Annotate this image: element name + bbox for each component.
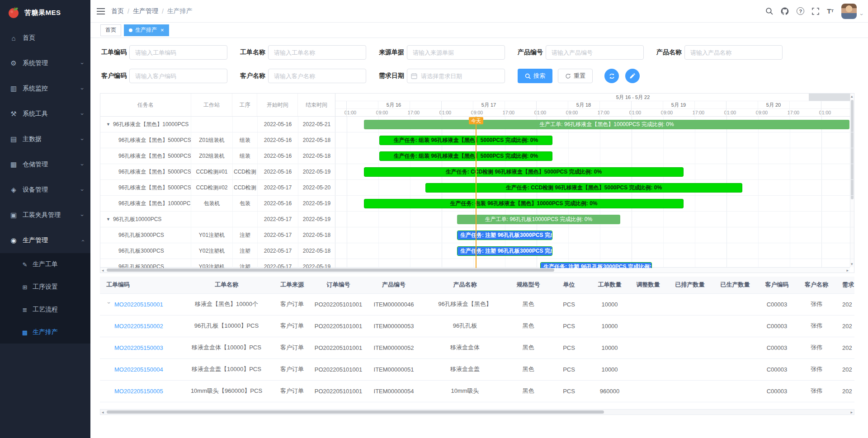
gantt-task-bar[interactable]: 生产任务: 组装 96孔移液盒【黑色】5000PCS 完成比例: 0% [379, 151, 552, 161]
gantt-task-bar[interactable]: 生产任务: CCD检测 96孔移液盒【黑色】5000PCS 完成比例: 0% [425, 183, 742, 193]
table-column-header: 需求日期 [837, 277, 854, 293]
scroll-up-icon[interactable]: ▴ [851, 94, 853, 99]
scrollbar-thumb[interactable] [107, 268, 554, 272]
process-cell: CCD检测 [233, 164, 258, 179]
table-cell [712, 337, 758, 358]
avatar[interactable] [841, 4, 857, 19]
sidebar-item-7[interactable]: ▣工装夹具管理› [0, 203, 90, 228]
table-cell: 10mm吸头 [421, 380, 509, 402]
workorder-link[interactable]: MO202205150001 [114, 301, 163, 308]
table-cell: 张伟 [796, 337, 837, 358]
sidebar-item-0[interactable]: ⌂首页 [0, 25, 90, 51]
scroll-left-icon[interactable]: ◂ [102, 410, 104, 415]
collapse-triangle-icon[interactable]: ▼ [106, 217, 110, 221]
table-horizontal-scrollbar[interactable]: ◂ ▸ [100, 409, 854, 415]
help-icon[interactable]: ? [797, 7, 804, 15]
gantt-workorder-bar[interactable]: 生产工单: 96孔移液盒【黑色】10000PCS 完成比例: 0% [364, 120, 849, 129]
tab-0[interactable]: 首页 [100, 24, 121, 36]
scroll-right-icon[interactable]: ▸ [846, 268, 849, 273]
customer-name-input[interactable] [268, 69, 366, 83]
workorder-link[interactable]: MO202205150005 [114, 388, 163, 395]
table-column-header: 已排产数量 [667, 277, 712, 293]
sidebar-item-5[interactable]: ▦仓储管理› [0, 152, 90, 177]
scrollbar-thumb[interactable] [107, 410, 604, 414]
collapse-triangle-icon[interactable]: ▼ [106, 122, 110, 127]
product-code-input[interactable] [546, 45, 644, 60]
task-name-cell: 96孔孔板3000PCS [100, 227, 191, 243]
table-cell: 10mm吸头【960000】PCS [179, 380, 274, 402]
gantt-workorder-bar[interactable]: 生产工单: 96孔孔板10000PCS 完成比例: 0% [457, 215, 620, 224]
chevron-down-icon: › [79, 164, 85, 165]
scroll-left-icon[interactable]: ◂ [102, 268, 104, 273]
table-cell: 202 [837, 358, 854, 380]
timeline-cell: 生产任务: 包装 96孔移液盒【黑色】10000PCS 完成比例: 0% [335, 196, 849, 211]
gantt-task-bar[interactable]: 生产任务: 注塑 96孔孔板3000PCS 完成比例: 0% [457, 246, 552, 256]
table-cell: 202 [837, 293, 854, 315]
chevron-down-icon[interactable]: › [859, 14, 865, 15]
workorder-name-input[interactable] [268, 45, 366, 60]
breadcrumb-home[interactable]: 首页 [111, 7, 124, 15]
table-cell [629, 358, 667, 380]
font-size-icon[interactable]: TT [827, 8, 834, 14]
sidebar-item-label: 主数据 [23, 135, 42, 143]
search-button[interactable]: 搜索 [518, 69, 552, 83]
sidebar-subitem-8-0[interactable]: ✎生产工单 [0, 253, 90, 276]
sidebar-toggle-icon[interactable] [90, 8, 111, 14]
workorder-code-input[interactable] [129, 45, 227, 60]
edit-circle-button[interactable] [625, 69, 640, 83]
timeline-cell: 生产任务: CCD检测 96孔移液盒【黑色】5000PCS 完成比例: 0% [335, 164, 849, 179]
sidebar-subitem-8-1[interactable]: ⊞工序设置 [0, 276, 90, 298]
table-column-header: 工单来源 [274, 277, 310, 293]
github-icon[interactable] [781, 7, 789, 15]
sidebar-item-label: 设备管理 [23, 186, 48, 194]
sidebar-item-8[interactable]: ◉生产管理› [0, 228, 90, 253]
scroll-right-icon[interactable]: ▸ [850, 410, 853, 415]
workorder-link[interactable]: MO202205150004 [114, 366, 163, 373]
sidebar-item-2[interactable]: ▥系统监控› [0, 76, 90, 101]
workorder-code-cell: ›MO202205150001 [100, 293, 179, 315]
process-cell: CCD检测 [233, 180, 258, 195]
source-doc-input[interactable] [407, 45, 505, 60]
top-navbar: 首页 / 生产管理 / 生产排产 ? TT › [90, 0, 868, 23]
gantt-task-bar[interactable]: 生产任务: 注塑 96孔孔板3000PCS 完成比例: 0% [457, 231, 552, 240]
workorder-link[interactable]: MO202205150003 [114, 344, 163, 351]
gantt-task-bar[interactable]: 生产任务: 注塑 96孔孔板3000PCS 完成比例: 0% [540, 262, 652, 268]
refresh-circle-button[interactable] [604, 69, 619, 83]
fullscreen-icon[interactable] [812, 8, 819, 15]
gantt-row: ▼96孔孔板10000PCS2022-05-172022-05-19生产工单: … [100, 212, 854, 227]
sidebar-subitem-8-3[interactable]: ▩生产排产 [0, 321, 90, 344]
expand-caret-icon[interactable]: › [106, 302, 112, 307]
search-icon[interactable] [765, 7, 773, 15]
table-cell: 96孔移液盒【黑色】 [421, 293, 509, 315]
sidebar-item-3[interactable]: ⚒系统工具› [0, 101, 90, 127]
sidebar-item-1[interactable]: ⚙系统管理› [0, 51, 90, 76]
table-cell [712, 293, 758, 315]
sidebar-subitem-label: 工序设置 [33, 283, 58, 291]
demand-date-input[interactable] [407, 69, 505, 83]
workstation-cell [191, 212, 233, 227]
workstation-cell: Y01注塑机 [191, 227, 233, 243]
breadcrumb-production[interactable]: 生产管理 [133, 7, 158, 15]
table-cell: 960000 [590, 380, 629, 402]
task-name-cell: ▼96孔孔板10000PCS [100, 212, 191, 227]
gantt-header: 任务名 工作站 工序 开始时间 结束时间 5月 16 - 5月 22 5月 16… [100, 94, 854, 117]
reset-button[interactable]: 重置 [558, 69, 593, 83]
chevron-down-icon: › [79, 138, 85, 140]
gantt-task-bar[interactable]: 生产任务: 包装 96孔移液盒【黑色】10000PCS 完成比例: 0% [364, 199, 684, 208]
gantt-task-bar[interactable]: 生产任务: 组装 96孔移液盒【黑色】5000PCS 完成比例: 0% [379, 136, 552, 145]
sidebar-item-label: 首页 [23, 34, 35, 42]
end-time-cell: 2022-05-18 [298, 148, 335, 164]
sidebar-subitem-8-2[interactable]: ≣工艺流程 [0, 298, 90, 321]
customer-code-input[interactable] [129, 69, 227, 83]
close-icon[interactable]: × [160, 27, 164, 33]
timeline-cell: 生产任务: 注塑 96孔孔板3000PCS 完成比例: 0% [335, 243, 849, 259]
gantt-task-bar[interactable]: 生产任务: CCD检测 96孔移液盒【黑色】5000PCS 完成比例: 0% [364, 167, 684, 177]
table-cell [629, 337, 667, 358]
sidebar-item-6[interactable]: ◈设备管理› [0, 177, 90, 203]
tab-1[interactable]: 生产排产× [124, 24, 169, 36]
app-logo[interactable]: 苦糖果MES [0, 0, 90, 25]
workorder-link[interactable]: MO202205150002 [114, 323, 163, 330]
product-name-input[interactable] [684, 45, 783, 60]
sidebar-item-4[interactable]: ▤主数据› [0, 127, 90, 152]
table-cell: 客户订单 [274, 358, 310, 380]
